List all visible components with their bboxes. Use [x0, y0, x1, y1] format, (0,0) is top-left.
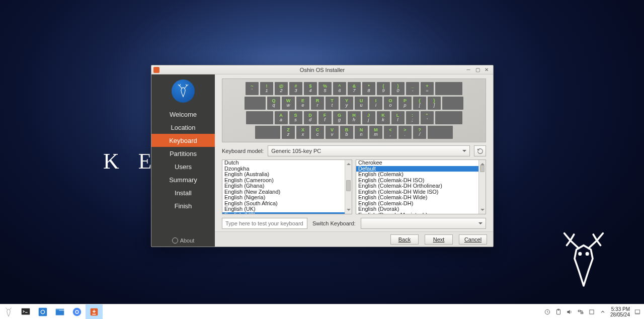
reset-model-button[interactable] [474, 145, 486, 156]
sidebar: WelcomeLocationKeyboardPartitionsUsersSu… [151, 74, 215, 247]
list-item[interactable]: English (Ghana) [222, 183, 345, 189]
next-button[interactable]: Next [425, 234, 453, 245]
switch-keyboard-label: Switch Keyboard: [312, 220, 356, 226]
switch-keyboard-select[interactable] [361, 218, 486, 229]
start-button[interactable] [0, 304, 17, 320]
network-icon[interactable] [577, 308, 584, 315]
scrollbar[interactable] [345, 160, 352, 214]
sidebar-step-keyboard[interactable]: Keyboard [151, 134, 215, 147]
taskbar-app-files[interactable] [51, 304, 68, 320]
keyboard-model-label: Keyboard model: [222, 148, 264, 154]
svg-rect-3 [39, 307, 47, 316]
list-item[interactable]: English (New Zealand) [222, 189, 345, 195]
window-title: Oshin OS Installer [300, 67, 345, 73]
taskbar-app-terminal[interactable] [17, 304, 34, 320]
sidebar-step-summary[interactable]: Summary [151, 173, 215, 186]
volume-icon[interactable] [566, 308, 573, 315]
list-item[interactable]: English (Dvorak) [356, 206, 478, 212]
scrollbar[interactable] [478, 160, 486, 214]
titlebar[interactable]: Oshin OS Installer ─ ▢ ✕ [151, 65, 493, 74]
svg-rect-2 [22, 308, 30, 314]
svg-rect-13 [578, 310, 580, 311]
tray-icon[interactable] [544, 308, 551, 315]
list-item[interactable]: English (Cameroon) [222, 178, 345, 184]
list-item[interactable]: English (Colemak-DH Ortholinear) [356, 183, 478, 189]
cancel-button[interactable]: Cancel [459, 234, 487, 245]
sidebar-step-location[interactable]: Location [151, 121, 215, 134]
list-item[interactable]: Dutch [222, 160, 345, 166]
minimize-icon[interactable]: ─ [465, 66, 472, 73]
list-item[interactable]: English (Nigeria) [222, 195, 345, 201]
taskbar: 5:33 PM28/05/24 [0, 304, 644, 319]
variant-list[interactable]: CherokeeDefaultEnglish (Colemak)English … [356, 160, 486, 214]
list-item[interactable]: English (Colemak-DH ISO) [356, 178, 478, 184]
taskbar-app-chromium[interactable] [68, 304, 86, 320]
wizard-footer: Back Next Cancel [215, 231, 493, 247]
svg-rect-15 [590, 309, 594, 313]
about-link[interactable]: About [172, 234, 195, 247]
system-tray: 5:33 PM28/05/24 [544, 306, 644, 317]
layout-list[interactable]: DutchDzongkhaEnglish (Australia)English … [222, 160, 352, 214]
close-icon[interactable]: ✕ [483, 66, 490, 73]
list-item[interactable]: English (Colemak-DH) [356, 201, 478, 207]
show-desktop-button[interactable] [634, 308, 641, 315]
list-item[interactable]: English (Colemak) [356, 172, 478, 178]
list-item[interactable]: English (US) [222, 212, 345, 214]
installer-window: Oshin OS Installer ─ ▢ ✕ WelcomeLocation… [151, 65, 494, 247]
tray-icon[interactable] [588, 308, 595, 315]
keyboard-preview: ~`!1@2#3$4%5^6&7*8(9)0_-+=QqWwEeRrTtYyUu… [222, 78, 486, 142]
list-item[interactable]: Dzongkha [222, 166, 345, 172]
list-item[interactable]: English (UK) [222, 206, 345, 212]
maximize-icon[interactable]: ▢ [474, 66, 481, 73]
chevron-up-icon[interactable] [599, 308, 606, 315]
list-item[interactable]: English (Australia) [222, 172, 345, 178]
svg-point-8 [76, 310, 78, 313]
list-item[interactable]: English (Dvorak, Macintosh) [356, 212, 478, 214]
svg-rect-16 [635, 309, 639, 313]
list-item[interactable]: Default [356, 166, 478, 172]
list-item[interactable]: Cherokee [356, 160, 478, 166]
keyboard-model-select[interactable]: Generic 105-key PC [268, 145, 470, 156]
sidebar-step-partitions[interactable]: Partitions [151, 147, 215, 160]
distro-logo [172, 79, 195, 103]
os-logo-desktop [553, 228, 614, 289]
sidebar-step-install[interactable]: Install [151, 186, 215, 199]
svg-rect-5 [56, 308, 64, 310]
back-button[interactable]: Back [390, 234, 419, 245]
sidebar-step-welcome[interactable]: Welcome [151, 108, 215, 121]
list-item[interactable]: English (Colemak-DH Wide ISO) [356, 189, 478, 195]
app-icon [153, 67, 159, 73]
svg-point-1 [586, 253, 588, 255]
taskbar-app-installer[interactable] [86, 304, 103, 320]
list-item[interactable]: English (Colemak-DH Wide) [356, 195, 478, 201]
clipboard-icon[interactable] [555, 308, 562, 315]
taskbar-app-settings[interactable] [34, 304, 51, 320]
sidebar-step-users[interactable]: Users [151, 160, 215, 173]
sidebar-step-finish[interactable]: Finish [151, 199, 215, 212]
clock[interactable]: 5:33 PM28/05/24 [610, 306, 630, 317]
list-item[interactable]: English (South Africa) [222, 201, 345, 207]
svg-point-0 [579, 253, 581, 255]
keyboard-test-input[interactable] [222, 218, 307, 229]
